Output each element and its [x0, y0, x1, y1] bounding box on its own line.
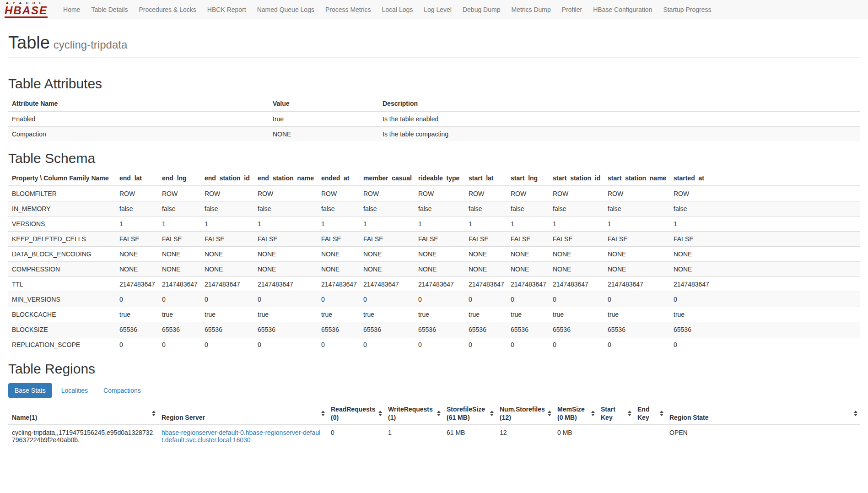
schema-value: ROW	[415, 186, 465, 201]
hbase-logo[interactable]: APACHE HBASE	[5, 1, 48, 18]
schema-value: NONE	[318, 247, 360, 262]
nav-item-debug-dump[interactable]: Debug Dump	[457, 0, 506, 19]
regions-col-name-1[interactable]: Name(1)	[8, 402, 158, 425]
schema-value: ROW	[201, 186, 254, 201]
nav-item-hbck-report[interactable]: HBCK Report	[202, 0, 252, 19]
regions-col-readrequests-0[interactable]: ReadRequests (0)	[327, 402, 384, 425]
schema-value: ROW	[465, 186, 507, 201]
page-title-text: Table	[8, 33, 50, 52]
schema-property-name: BLOOMFILTER	[8, 186, 116, 201]
schema-value: ROW	[254, 186, 318, 201]
schema-value: 1	[670, 217, 860, 232]
schema-value: 0	[465, 337, 507, 352]
schema-corner-header: Property \ Column Family Name	[8, 171, 116, 186]
schema-value: false	[318, 201, 360, 217]
schema-value: ROW	[549, 186, 604, 201]
schema-value: NONE	[158, 262, 201, 277]
schema-value: 2147483647	[201, 277, 254, 292]
schema-value: false	[604, 201, 670, 217]
sort-icon[interactable]	[660, 411, 663, 416]
regions-col-start-key[interactable]: Start Key	[597, 402, 634, 425]
schema-value: 1	[360, 217, 415, 232]
sort-icon[interactable]	[378, 411, 382, 416]
schema-value: FALSE	[158, 232, 201, 247]
regions-col-label: ReadRequests (0)	[331, 406, 375, 421]
schema-value: 65536	[318, 322, 360, 337]
schema-value: NONE	[158, 247, 201, 262]
schema-row-blockcache: BLOCKCACHEtruetruetruetruetruetruetruetr…	[8, 307, 860, 322]
schema-value: 0	[201, 337, 254, 352]
schema-value: 1	[318, 217, 360, 232]
region-server-link[interactable]: hbase-regionserver-default-0.hbase-regio…	[162, 429, 320, 444]
sort-icon[interactable]	[628, 411, 631, 416]
schema-value: ROW	[360, 186, 415, 201]
nav-item-hbase-configuration[interactable]: HBase Configuration	[588, 0, 658, 19]
tab-localities[interactable]: Localities	[55, 383, 94, 398]
regions-col-storefilesize-61-mb[interactable]: StorefileSize (61 MB)	[443, 402, 496, 425]
schema-value: 0	[507, 292, 549, 307]
nav-item-local-logs[interactable]: Local Logs	[377, 0, 419, 19]
navbar-items: HomeTable DetailsProcedures & LocksHBCK …	[58, 0, 717, 19]
nav-item-process-metrics[interactable]: Process Metrics	[320, 0, 377, 19]
schema-value: true	[670, 307, 860, 322]
schema-family-start-station-name: start_station_name	[604, 171, 670, 186]
nav-item-table-details[interactable]: Table Details	[86, 0, 133, 19]
schema-value: true	[116, 307, 158, 322]
sort-icon[interactable]	[490, 411, 494, 416]
sort-desc-arrow	[321, 414, 325, 416]
sort-asc-arrow	[490, 411, 494, 413]
regions-col-memsize-0-mb[interactable]: MemSize (0 MB)	[554, 402, 597, 425]
nav-item-log-level[interactable]: Log Level	[418, 0, 457, 19]
tab-base-stats[interactable]: Base Stats	[8, 383, 52, 398]
schema-value: FALSE	[116, 232, 158, 247]
sort-icon[interactable]	[854, 411, 857, 416]
sort-icon[interactable]	[321, 411, 325, 416]
nav-item-procedures-locks[interactable]: Procedures & Locks	[134, 0, 202, 19]
schema-value: 2147483647	[549, 277, 604, 292]
schema-value: 0	[604, 292, 670, 307]
sort-icon[interactable]	[437, 411, 441, 416]
schema-value: 2147483647	[116, 277, 158, 292]
schema-value: 65536	[360, 322, 415, 337]
schema-row-in-memory: IN_MEMORYfalsefalsefalsefalsefalsefalsef…	[8, 201, 860, 217]
schema-value: 0	[670, 292, 860, 307]
schema-value: 0	[415, 292, 465, 307]
page-header: Tablecycling-tripdata	[8, 33, 860, 58]
schema-value: FALSE	[318, 232, 360, 247]
nav-item-named-queue-logs[interactable]: Named Queue Logs	[252, 0, 320, 19]
regions-col-region-state[interactable]: Region State	[666, 402, 860, 425]
schema-value: 0	[116, 292, 158, 307]
schema-value: FALSE	[415, 232, 465, 247]
regions-col-region-server[interactable]: Region Server	[158, 402, 327, 425]
schema-value: FALSE	[604, 232, 670, 247]
schema-value: false	[201, 201, 254, 217]
sort-icon[interactable]	[591, 411, 595, 416]
schema-value: NONE	[604, 262, 670, 277]
schema-property-name: BLOCKSIZE	[8, 322, 116, 337]
schema-heading: Table Schema	[8, 151, 860, 166]
regions-col-writerequests-1[interactable]: WriteRequests (1)	[384, 402, 443, 425]
schema-value: NONE	[116, 262, 158, 277]
tab-compactions[interactable]: Compactions	[97, 383, 147, 398]
schema-property-name: REPLICATION_SCOPE	[8, 337, 116, 352]
nav-item-metrics-dump[interactable]: Metrics Dump	[506, 0, 556, 19]
table-name: cycling-tripdata	[54, 38, 127, 51]
schema-value: 1	[465, 217, 507, 232]
sort-icon[interactable]	[548, 411, 551, 416]
regions-col-label: Num.Storefiles (12)	[500, 406, 545, 421]
sort-icon[interactable]	[152, 411, 156, 416]
schema-value: false	[254, 201, 318, 217]
nav-item-startup-progress[interactable]: Startup Progress	[658, 0, 717, 19]
schema-family-start-station-id: start_station_id	[549, 171, 604, 186]
attributes-heading: Table Attributes	[8, 76, 860, 92]
schema-value: FALSE	[507, 232, 549, 247]
nav-item-profiler[interactable]: Profiler	[556, 0, 588, 19]
schema-value: true	[549, 307, 604, 322]
schema-value: true	[318, 307, 360, 322]
schema-value: NONE	[507, 247, 549, 262]
schema-property-name: VERSIONS	[8, 217, 116, 232]
regions-col-end-key[interactable]: End Key	[634, 402, 666, 425]
regions-col-num-storefiles-12[interactable]: Num.Storefiles (12)	[496, 402, 554, 425]
nav-item-home[interactable]: Home	[58, 0, 86, 19]
schema-value: ROW	[670, 186, 860, 201]
